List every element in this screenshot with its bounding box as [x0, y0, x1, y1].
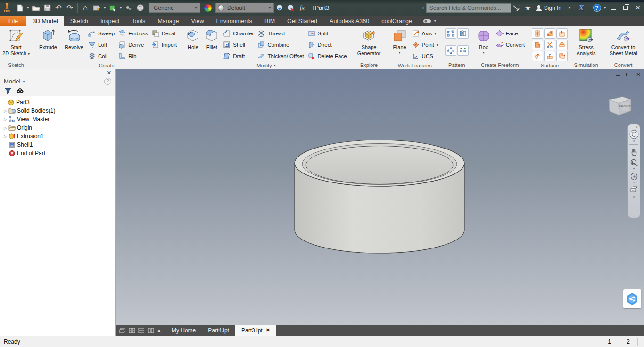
appearance-combo[interactable]: Default▼ — [215, 3, 274, 13]
emboss-button[interactable]: E Emboss — [117, 28, 149, 39]
stress-analysis-button[interactable]: Stress Analysis — [573, 28, 599, 57]
search-input[interactable] — [426, 3, 511, 13]
hole-button[interactable]: Hole — [183, 28, 202, 50]
expand-arrow-icon[interactable]: ▷ — [3, 126, 8, 130]
browser-filter-icon[interactable] — [5, 88, 11, 94]
tab-3d-model[interactable]: 3D Model — [26, 16, 64, 26]
adjust-appearance-button[interactable] — [274, 2, 285, 14]
doc-tab-part4[interactable]: Part4.ipt — [202, 325, 235, 336]
new-file-caret-icon[interactable]: ▾ — [25, 6, 30, 10]
mirror-button[interactable] — [457, 28, 469, 39]
thicken-offset-button[interactable]: Thicken/ Offset — [256, 50, 305, 62]
help-caret-icon[interactable]: ▾ — [603, 6, 607, 10]
panel-label-simulation[interactable]: Simulation — [571, 61, 601, 69]
browser-close-button[interactable]: ✕ — [105, 70, 113, 76]
panel-label-convert[interactable]: Convert — [603, 61, 644, 69]
viewport-canvas[interactable] — [116, 69, 644, 325]
visual-style-button[interactable] — [91, 2, 102, 14]
convert-to-sheet-metal-button[interactable]: Convert to Sheet Metal — [604, 28, 643, 57]
tree-item-solid-bodies[interactable]: ▷ Solid Bodies(1) — [0, 107, 115, 115]
orbit-caret-icon[interactable]: ▾ — [633, 181, 635, 184]
material-browser-button[interactable] — [107, 2, 118, 14]
redo-button[interactable]: ↷ — [64, 2, 75, 14]
split-button[interactable]: Split — [307, 28, 348, 39]
ruled-surface-button[interactable] — [544, 51, 555, 61]
help-button[interactable]: ? — [591, 2, 603, 14]
panel-label-create[interactable]: Create — [33, 62, 180, 69]
view-cube[interactable]: FRONT — [605, 91, 635, 120]
cylinder-shell-model[interactable] — [295, 140, 464, 253]
toolbar-options-caret-icon[interactable]: ▾ — [319, 6, 324, 10]
tab-manage[interactable]: Manage — [151, 16, 185, 26]
doc-tab-close-icon[interactable]: ✕ — [266, 327, 270, 333]
doc-tab-part3[interactable]: Part3.ipt ✕ — [235, 325, 276, 336]
visual-style-caret-icon[interactable]: ▾ — [102, 6, 107, 10]
coil-button[interactable]: Coil — [87, 50, 116, 62]
add-to-toolbar-button[interactable]: + — [308, 2, 319, 14]
clear-appearance-button[interactable] — [285, 2, 297, 14]
trim-surface-button[interactable] — [544, 40, 555, 50]
new-file-button[interactable] — [14, 2, 25, 14]
expand-tab-bar-button[interactable]: ▲ — [157, 328, 161, 333]
revolve-button[interactable]: Revolve — [62, 28, 86, 50]
panel-label-pattern[interactable]: Pattern — [444, 61, 470, 69]
extend-surface-button[interactable] — [556, 28, 568, 39]
browser-title-dropdown[interactable]: Model ▾ — [4, 78, 25, 85]
direct-button[interactable]: Direct — [307, 39, 348, 50]
browser-help-icon[interactable]: ? — [104, 78, 111, 85]
tile-windows-icon[interactable] — [129, 328, 135, 333]
derive-button[interactable]: Derive — [117, 39, 149, 50]
material-combo[interactable]: Generic▼ — [149, 3, 200, 13]
tree-item-extrusion1[interactable]: ▷ Extrusion1 — [0, 132, 115, 140]
tree-item-shell1[interactable]: Shell1 — [0, 140, 115, 149]
save-button[interactable] — [41, 2, 53, 14]
ribbon-display-caret-icon[interactable]: ▾ — [433, 19, 438, 23]
combine-button[interactable]: Combine — [256, 39, 305, 50]
color-wheel-button[interactable] — [202, 2, 214, 14]
freeform-box-caret-icon[interactable]: ▾ — [483, 50, 485, 55]
tab-autodesk-a360[interactable]: Autodesk A360 — [323, 16, 375, 26]
expand-search-caret-icon[interactable]: ▸ — [421, 6, 426, 10]
material-caret-icon[interactable]: ▾ — [118, 6, 123, 10]
pan-button[interactable] — [628, 148, 640, 156]
point-button[interactable]: Point ▾ — [411, 39, 439, 50]
communication-center-icon[interactable] — [511, 2, 522, 14]
window-close-button[interactable]: ✕ — [632, 3, 644, 13]
zoom-caret-icon[interactable]: ▾ — [633, 167, 635, 171]
sketch-driven-pattern-button[interactable] — [457, 45, 469, 56]
tab-inspect[interactable]: Inspect — [94, 16, 125, 26]
tile-horizontal-icon[interactable] — [138, 328, 144, 333]
delete-face-button[interactable]: Delete Face — [307, 50, 348, 62]
tab-environments[interactable]: Environments — [210, 16, 258, 26]
point-caret-icon[interactable]: ▾ — [437, 43, 438, 47]
shell-button[interactable]: Shell — [222, 39, 255, 50]
panel-label-work-features[interactable]: Work Features — [388, 62, 442, 69]
tile-vertical-icon[interactable] — [148, 328, 154, 333]
plane-button[interactable]: Plane ▾ — [389, 28, 410, 55]
a360-share-button[interactable] — [623, 289, 641, 308]
zoom-button[interactable] — [628, 158, 640, 167]
circular-pattern-button[interactable] — [445, 45, 456, 56]
panel-label-modify[interactable]: Modify▾ — [182, 62, 350, 69]
patch-surface-button[interactable] — [544, 28, 555, 39]
navbar-close-button[interactable]: ✕ — [635, 124, 640, 129]
chamfer-button[interactable]: Chamfer — [222, 28, 255, 39]
freeform-face-button[interactable]: Face — [495, 28, 526, 39]
replace-face-button[interactable] — [532, 51, 543, 61]
stitch-surface-button[interactable] — [532, 28, 543, 39]
ucs-button[interactable]: UCS — [411, 50, 439, 62]
tab-file[interactable]: File — [0, 16, 26, 26]
tab-coolorange[interactable]: coolOrange — [375, 16, 418, 26]
favorites-star-icon[interactable]: ★ — [522, 2, 534, 14]
undo-button[interactable]: ↶ — [53, 2, 64, 14]
render-gallery-button[interactable] — [134, 2, 146, 14]
panel-label-sketch[interactable]: Sketch — [1, 61, 31, 69]
panel-label-explore[interactable]: Explore — [352, 61, 386, 69]
material-combo-caret-icon[interactable]: ▼ — [191, 6, 198, 10]
import-button[interactable]: Import — [151, 39, 178, 50]
sweep-button[interactable]: Sweep — [87, 28, 116, 39]
shape-generator-button[interactable]: Shape Generator — [354, 28, 385, 57]
fillet-button[interactable]: Fillet — [202, 28, 221, 50]
panel-label-create-freeform[interactable]: Create Freeform — [472, 61, 528, 69]
freeform-convert-button[interactable]: Convert — [495, 39, 526, 50]
